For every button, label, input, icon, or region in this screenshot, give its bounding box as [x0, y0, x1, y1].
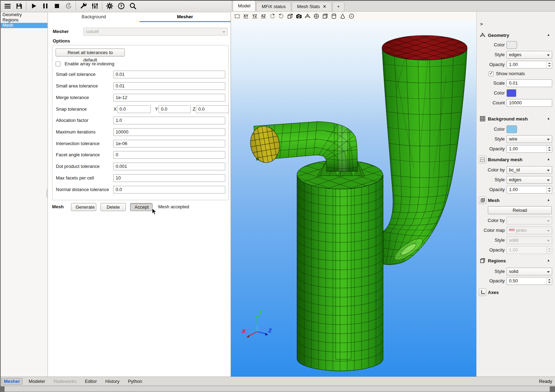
mode-editor[interactable]: Editor	[85, 379, 97, 384]
settings-gear-icon[interactable]	[104, 1, 115, 11]
section-title: Geometry	[488, 33, 509, 38]
show-normals-row: Show normals	[489, 71, 525, 76]
mesh-color-map-combo[interactable]: pinks	[506, 227, 552, 234]
cone-widget-icon[interactable]	[338, 12, 347, 20]
max-facets-per-cell-input[interactable]: 10	[113, 174, 225, 182]
generate-mesh-button[interactable]: Generate	[71, 203, 96, 211]
mode-modeler[interactable]: Modeler	[29, 379, 45, 384]
stop-icon[interactable]	[51, 1, 63, 11]
box-widget-icon[interactable]	[321, 12, 329, 20]
style-label: Style	[477, 177, 505, 182]
facet-angle-tolerance-input[interactable]: 0	[113, 151, 225, 159]
show-normals-checkbox[interactable]	[489, 71, 493, 76]
mesh-color-by-combo[interactable]	[506, 217, 552, 224]
perspective-toggle-icon[interactable]	[286, 12, 294, 20]
screenshot-camera-icon[interactable]	[295, 12, 303, 20]
regions-opacity-spinbox[interactable]: 0.50	[506, 277, 552, 285]
reset-view-icon[interactable]	[233, 12, 241, 20]
help-icon[interactable]: ?	[115, 1, 127, 11]
background-mesh-style-combo[interactable]: wire	[506, 135, 552, 143]
background-mesh-color-swatch[interactable]	[506, 125, 517, 133]
small-cell-tolerance-input[interactable]: 0.01	[113, 71, 225, 78]
geometry-visibility-icon[interactable]	[303, 12, 311, 20]
section-mesh[interactable]: Mesh ▲	[477, 197, 555, 205]
save-icon[interactable]	[13, 1, 25, 11]
view-xy-icon[interactable]: XY	[242, 12, 250, 20]
section-background-mesh[interactable]: Background mesh ▲	[477, 116, 555, 123]
allocation-factor-input[interactable]: 1.0	[113, 117, 225, 124]
collapse-arrow-icon[interactable]: ▲	[547, 33, 550, 37]
collapse-arrow-icon[interactable]: ▲	[547, 198, 550, 202]
3d-viewport[interactable]: X Y Z	[231, 20, 476, 377]
mesher-combo[interactable]: cutcell	[83, 28, 228, 35]
small-area-tolerance-input[interactable]: 0.01	[113, 82, 225, 90]
mode-history[interactable]: History	[105, 379, 120, 384]
field-label: Maximum iterations	[56, 129, 96, 135]
build-wrench-icon[interactable]	[77, 1, 89, 11]
axes-icon	[479, 288, 486, 296]
view-yz-icon[interactable]: YZ	[251, 12, 259, 20]
normals-color-swatch[interactable]	[506, 89, 516, 97]
rotate-left-icon[interactable]	[268, 12, 276, 20]
background-mesh-opacity-spinbox[interactable]: 1.00	[506, 145, 552, 153]
geometry-color-swatch[interactable]	[506, 41, 517, 49]
normals-scale-input[interactable]: 0.01	[506, 79, 552, 87]
collapse-arrow-icon[interactable]: ▲	[547, 117, 550, 120]
tab-model[interactable]: Model	[233, 0, 256, 11]
section-boundary-mesh[interactable]: Boundary mesh ▲	[477, 156, 555, 164]
tab-mesher[interactable]: Mesher	[140, 12, 231, 22]
collapse-arrow-icon[interactable]: ▲	[547, 259, 550, 262]
delete-mesh-button[interactable]: Delete	[101, 203, 126, 211]
sidebar-collapse-icon[interactable]: >	[480, 21, 486, 28]
field-label: Intersection tolerance	[56, 141, 99, 146]
nav-item-mesh[interactable]: Mesh	[0, 23, 47, 28]
normal-distance-tolerance-input[interactable]: 0.0	[113, 186, 225, 194]
reload-mesh-button[interactable]: Reload	[488, 206, 552, 214]
reset-icon[interactable]	[63, 1, 74, 11]
snap-z-input[interactable]: 0.0	[196, 105, 229, 113]
section-axes[interactable]: Axes	[477, 289, 555, 297]
dot-product-tolerance-input[interactable]: 0.001	[113, 163, 225, 170]
torus-widget-icon[interactable]	[347, 12, 355, 20]
max-iterations-input[interactable]: 10000	[113, 128, 225, 136]
snap-y-input[interactable]: 0.0	[159, 105, 191, 113]
boundary-mesh-style-combo[interactable]: edges	[506, 176, 552, 184]
view-xz-icon[interactable]: XZ	[259, 12, 267, 20]
run-icon[interactable]	[28, 1, 39, 11]
nav-item-regions[interactable]: Regions	[0, 18, 47, 23]
sphere-widget-icon[interactable]	[312, 12, 320, 20]
menu-icon[interactable]	[1, 1, 13, 11]
section-regions[interactable]: Regions ▲	[477, 257, 555, 265]
boundary-mesh-color-by-combo[interactable]: bc_id	[506, 166, 552, 174]
regions-style-combo[interactable]: solid	[506, 268, 552, 275]
tab-background[interactable]: Background	[48, 12, 140, 22]
snap-x-input[interactable]: 0.0	[117, 105, 151, 113]
cylinder-widget-icon[interactable]	[330, 12, 338, 20]
close-tab-icon[interactable]: ✕	[323, 4, 327, 9]
geometry-style-combo[interactable]: edges	[506, 51, 552, 59]
mode-mesher[interactable]: Mesher	[1, 378, 22, 385]
mfix-window: ? Geometry Regions Mesh Background Meshe…	[0, 0, 555, 392]
mesh-opacity-spinbox[interactable]: 1.00	[506, 246, 552, 254]
merge-tolerance-input[interactable]: 1e-12	[113, 94, 225, 102]
geometry-opacity-spinbox[interactable]: 1.00	[506, 61, 552, 68]
intersection-tolerance-input[interactable]: 1e-06	[113, 140, 225, 148]
normals-count-input[interactable]: 10000	[506, 99, 552, 107]
search-icon[interactable]	[127, 1, 138, 11]
nav-item-geometry[interactable]: Geometry	[0, 12, 47, 18]
tab-mfix-status[interactable]: MFiX status	[256, 2, 291, 11]
reindex-checkbox[interactable]	[56, 61, 60, 66]
pause-icon[interactable]	[39, 1, 51, 11]
mesh-style-combo[interactable]: solid	[506, 236, 552, 244]
accept-mesh-button[interactable]: Accept	[130, 203, 153, 211]
section-title: Axes	[488, 290, 499, 295]
reset-tolerances-button[interactable]: Reset all tolerances to default	[56, 48, 125, 57]
mode-python[interactable]: Python	[128, 379, 142, 384]
rotate-right-icon[interactable]	[277, 12, 285, 20]
tab-mesh-stats[interactable]: Mesh Stats✕	[292, 2, 332, 11]
boundary-mesh-opacity-spinbox[interactable]: 1.00	[506, 186, 552, 194]
collapse-arrow-icon[interactable]: ▲	[547, 157, 550, 161]
section-geometry[interactable]: Geometry ▲	[477, 32, 555, 40]
parameters-sliders-icon[interactable]	[89, 1, 101, 11]
add-tab-button[interactable]: +	[333, 2, 344, 11]
